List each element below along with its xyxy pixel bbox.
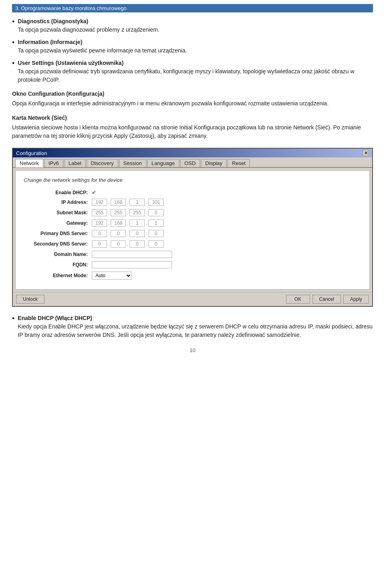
bullet-dot-1: • [12,17,14,26]
section-header: 3. Oprogramowanie bazy monitora chmurowe… [12,4,373,12]
sdns-octet-3[interactable] [130,240,145,248]
bullet-text-3: User Settings (Ustawienia użytkownika) T… [18,59,373,84]
dialog-subtitle: Change the network settings for the devi… [24,177,361,183]
subnet-octet-2[interactable] [111,209,126,216]
form-row-ethernet: Ethernet Mode: Auto [24,272,361,280]
bullet-text-2: Information (Informacje) Ta opcja pozwal… [18,38,187,55]
form-row-secondary-dns: Secondary DNS Server: . . . [24,240,361,248]
form-row-ip: IP Address: . . . [24,199,361,206]
dhcp-bullet: • Enable DHCP (Włącz DHCP) Kiedy opcja E… [12,314,373,339]
dialog-body: Change the network settings for the devi… [15,170,370,290]
bullet-diagnostics: • Diagnostics (Diagnostyka) Ta opcja poz… [12,17,373,34]
label-primary-dns: Primary DNS Server: [24,231,88,236]
pdns-octet-4[interactable] [148,230,164,237]
label-ethernet: Ethernet Mode: [24,273,88,278]
configuration-dialog: Configuration ✕ Network IPv6 Label Disco… [12,148,373,307]
dhcp-checkmark: ✔ [92,189,96,195]
karta-title: Karta Network (Sieć) [12,115,373,121]
unlock-button[interactable]: Unlock [16,295,45,304]
form-row-dhcp: Enable DHCP: ✔ [24,189,361,195]
form-row-gateway: Gateway: . . . [24,219,361,227]
bullet-user-settings: • User Settings (Ustawienia użytkownika)… [12,59,373,84]
tab-label[interactable]: Label [64,159,86,167]
ethernet-mode-select[interactable]: Auto [92,272,132,280]
dialog-footer: Unlock OK Cancel Apply [13,292,372,306]
label-domain: Domain Name: [24,252,88,257]
subnet-octet-4[interactable] [148,209,164,216]
primary-dns-group: . . . [92,230,164,237]
ip-octet-3[interactable] [130,199,145,206]
pdns-octet-2[interactable] [111,230,126,237]
label-secondary-dns: Secondary DNS Server: [24,241,88,247]
form-row-fqdn: FQDN: [24,261,361,268]
label-fqdn: FQDN: [24,262,88,268]
sdns-octet-4[interactable] [148,240,164,248]
form-row-primary-dns: Primary DNS Server: . . . [24,230,361,237]
domain-name-input[interactable] [92,251,172,258]
secondary-dns-group: . . . [92,240,164,248]
okno-title: Okno Configuration (Konfiguracja) [12,91,373,97]
tab-session[interactable]: Session [119,159,146,167]
ip-octet-4[interactable] [148,199,164,206]
form-row-domain: Domain Name: [24,251,361,258]
label-dhcp: Enable DHCP: [24,190,88,195]
dialog-titlebar: Configuration ✕ [13,149,372,157]
gateway-octet-4[interactable] [148,219,164,227]
tab-osd[interactable]: OSD [180,159,200,167]
bullet-text-1: Diagnostics (Diagnostyka) Ta opcja pozwa… [18,17,159,34]
gateway-group: . . . [92,219,164,227]
sdns-octet-1[interactable] [92,240,107,248]
tab-language[interactable]: Language [147,159,179,167]
apply-button[interactable]: Apply [343,295,369,304]
tab-display[interactable]: Display [201,159,227,167]
pdns-octet-3[interactable] [130,230,145,237]
label-subnet: Subnet Mask: [24,210,88,215]
bullet-information: • Information (Informacje) Ta opcja pozw… [12,38,373,55]
tab-reset[interactable]: Reset [227,159,250,167]
dialog-tabs: Network IPv6 Label Discovery Session Lan… [13,157,372,168]
gateway-octet-2[interactable] [111,219,126,227]
footer-left: Unlock [16,295,45,304]
label-ip: IP Address: [24,199,88,205]
dhcp-bullet-text: Enable DHCP (Włącz DHCP) Kiedy opcja Ena… [18,314,373,339]
tab-network[interactable]: Network [15,159,43,167]
fqdn-input[interactable] [92,261,172,268]
pdns-octet-1[interactable] [92,230,107,237]
dialog-title: Configuration [16,150,47,156]
ip-octet-2[interactable] [111,199,126,206]
ip-address-group: . . . [92,199,164,206]
subnet-group: . . . [92,209,164,216]
okno-text: Opcja Konfiguracja w interfejsie adminis… [12,99,373,108]
form-row-subnet: Subnet Mask: . . . [24,209,361,216]
karta-text: Ustawienia sieciowe hosta i klienta możn… [12,123,373,141]
gateway-octet-3[interactable] [130,219,145,227]
subnet-octet-3[interactable] [130,209,145,216]
subnet-octet-1[interactable] [92,209,107,216]
dialog-close-button[interactable]: ✕ [363,150,369,156]
tab-discovery[interactable]: Discovery [87,159,118,167]
ok-button[interactable]: OK [286,295,310,304]
bullet-dot-3: • [12,59,14,68]
label-gateway: Gateway: [24,220,88,226]
sdns-octet-2[interactable] [111,240,126,248]
tab-ipv6[interactable]: IPv6 [44,159,63,167]
bullet-dot-2: • [12,38,14,47]
dhcp-bullet-dot: • [12,314,14,323]
cancel-button[interactable]: Cancel [312,295,341,304]
gateway-octet-1[interactable] [92,219,107,227]
footer-right: OK Cancel Apply [286,295,369,304]
ip-octet-1[interactable] [92,199,107,206]
page-number: 10 [12,347,373,353]
